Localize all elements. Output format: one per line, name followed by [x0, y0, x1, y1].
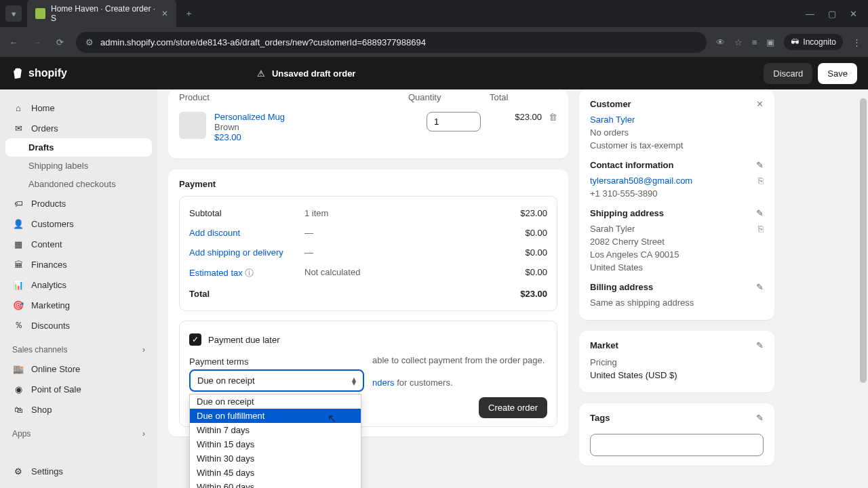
maximize-icon[interactable]: ▢ [828, 9, 836, 19]
edit-contact-icon[interactable]: ✎ [756, 160, 764, 170]
discard-button[interactable]: Discard [764, 63, 812, 84]
nav-settings[interactable]: ⚙Settings [5, 461, 152, 481]
nav-online-store[interactable]: 🏬Online Store [5, 359, 152, 379]
nav-customers[interactable]: 👤Customers [5, 214, 152, 234]
minimize-icon[interactable]: — [806, 9, 814, 19]
copy-address-icon[interactable]: ⎘ [758, 224, 764, 234]
col-product: Product [179, 92, 408, 102]
nav-analytics[interactable]: 📊Analytics [5, 274, 152, 295]
bookmark-icon[interactable]: ☆ [734, 37, 743, 47]
shipping-title: Shipping address [590, 208, 664, 218]
product-thumbnail[interactable] [179, 112, 206, 139]
eye-off-icon[interactable]: 👁 [716, 37, 725, 47]
option-due-on-receipt[interactable]: Due on receipt [190, 394, 361, 409]
shipping-value: $0.00 [493, 247, 547, 258]
header-status: Unsaved draft order [272, 68, 356, 79]
nav-discounts[interactable]: ％Discounts [5, 315, 152, 336]
create-order-button[interactable]: Create order [479, 397, 547, 418]
market-title: Market [590, 340, 618, 350]
browser-tab[interactable]: Home Haven · Create order · S ✕ [27, 0, 176, 28]
info-icon[interactable]: ⓘ [245, 268, 254, 278]
option-within-45-days[interactable]: Within 45 days [190, 466, 361, 480]
product-variant: Brown [214, 122, 427, 132]
quantity-input[interactable] [427, 112, 481, 131]
sidebar: ⌂Home ✉Orders Drafts Shipping labels Aba… [0, 89, 157, 488]
market-card: Market ✎ Pricing United States (USD $) [579, 331, 774, 392]
edit-tags-icon[interactable]: ✎ [756, 413, 764, 423]
option-within-30-days[interactable]: Within 30 days [190, 451, 361, 466]
edit-billing-icon[interactable]: ✎ [756, 282, 764, 292]
new-tab-icon[interactable]: ＋ [176, 7, 201, 20]
nav-finances[interactable]: 🏛Finances [5, 254, 152, 274]
site-settings-icon[interactable]: ⚙ [85, 37, 94, 47]
products-card: Product Quantity Total Personalized Mug … [168, 89, 568, 159]
nav-content[interactable]: ▦Content [5, 234, 152, 254]
save-button[interactable]: Save [818, 63, 857, 84]
marketing-icon: 🎯 [12, 299, 24, 311]
sales-channels-label[interactable]: Sales channels› [5, 336, 152, 359]
scrollbar-thumb[interactable] [860, 98, 867, 383]
nav-orders[interactable]: ✉Orders [5, 118, 152, 138]
tags-input[interactable] [590, 434, 764, 456]
nav-products[interactable]: 🏷Products [5, 193, 152, 214]
customer-name-link[interactable]: Sarah Tyler [590, 115, 764, 125]
nav-shipping-labels[interactable]: Shipping labels [5, 157, 152, 175]
option-within-7-days[interactable]: Within 7 days [190, 423, 361, 437]
customer-tax-exempt: Customer is tax-exempt [590, 140, 764, 150]
store-icon: 🏬 [12, 363, 24, 375]
edit-market-icon[interactable]: ✎ [756, 340, 764, 350]
option-within-15-days[interactable]: Within 15 days [190, 437, 361, 451]
nav-shop[interactable]: 🛍Shop [5, 399, 152, 420]
product-price[interactable]: $23.00 [214, 132, 427, 142]
subtotal-items: 1 item [304, 208, 493, 218]
incognito-badge[interactable]: 🕶 Incognito [784, 34, 843, 50]
gear-icon: ⚙ [12, 465, 24, 477]
product-name-link[interactable]: Personalized Mug [214, 112, 427, 122]
estimated-tax-link[interactable]: Estimated tax [189, 268, 243, 278]
nav-drafts[interactable]: Drafts [5, 138, 152, 157]
close-tab-icon[interactable]: ✕ [161, 9, 168, 18]
payment-terms-select[interactable]: Due on receipt ▴▾ [189, 369, 364, 392]
payment-card: Payment Subtotal1 item$23.00 Add discoun… [168, 169, 568, 436]
url-text: admin.shopify.com/store/de8143-a6/draft_… [100, 37, 426, 47]
nav-home[interactable]: ⌂Home [5, 98, 152, 118]
payment-due-later-checkbox[interactable]: ✓ [189, 333, 201, 346]
tags-card: Tags ✎ [579, 403, 774, 466]
menu-icon[interactable]: ⋮ [852, 37, 861, 47]
product-row: Personalized Mug Brown $23.00 $23.00 🗑 [179, 105, 557, 149]
reload-icon[interactable]: ⟳ [53, 37, 66, 47]
customer-email-link[interactable]: tylersarah508@gmail.com [590, 176, 692, 186]
nav-marketing[interactable]: 🎯Marketing [5, 295, 152, 315]
add-shipping-link[interactable]: Add shipping or delivery [189, 247, 283, 258]
incognito-icon: 🕶 [791, 37, 799, 47]
delete-icon[interactable]: 🗑 [549, 112, 557, 122]
option-within-60-days[interactable]: Within 60 days [190, 480, 361, 488]
select-chevron-icon: ▴▾ [352, 377, 356, 385]
nav-abandoned[interactable]: Abandoned checkouts [5, 175, 152, 193]
content-icon: ▦ [12, 238, 24, 250]
back-icon[interactable]: ← [7, 37, 20, 47]
extensions-icon[interactable]: ≡ [752, 37, 757, 47]
subtotal-value: $23.00 [493, 208, 547, 218]
shop-icon: 🛍 [12, 403, 24, 415]
reminders-link[interactable]: nders [372, 378, 397, 388]
discount-value: $0.00 [493, 228, 547, 238]
orders-icon: ✉ [12, 122, 24, 134]
side-panel-icon[interactable]: ▣ [766, 37, 774, 47]
ship-street: 2082 Cherry Street [590, 237, 764, 247]
close-window-icon[interactable]: ✕ [850, 9, 857, 19]
shopify-logo[interactable]: shopify [11, 66, 67, 80]
billing-title: Billing address [590, 282, 653, 292]
copy-email-icon[interactable]: ⎘ [758, 176, 764, 186]
favicon [35, 8, 45, 19]
nav-pos[interactable]: ◉Point of Sale [5, 379, 152, 399]
col-total: Total [490, 92, 557, 102]
apps-label[interactable]: Apps› [5, 420, 152, 443]
tab-search-icon[interactable]: ▾ [5, 5, 22, 22]
remove-customer-icon[interactable]: ✕ [756, 99, 764, 109]
forward-icon[interactable]: → [30, 37, 43, 47]
option-due-on-fulfillment[interactable]: Due on fulfillment [190, 409, 361, 423]
add-discount-link[interactable]: Add discount [189, 228, 240, 238]
url-input[interactable]: ⚙ admin.shopify.com/store/de8143-a6/draf… [76, 32, 707, 53]
edit-shipping-icon[interactable]: ✎ [756, 208, 764, 218]
